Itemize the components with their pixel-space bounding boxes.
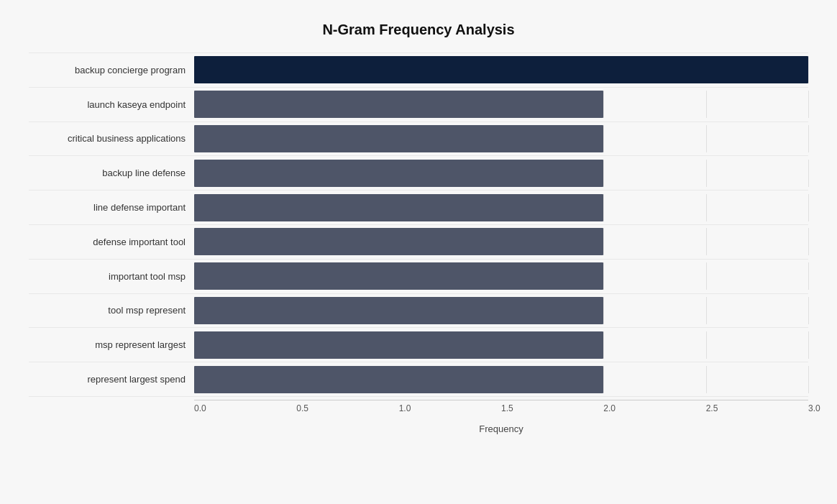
bar-row: tool msp represent (29, 293, 808, 328)
bar-fill (194, 366, 603, 393)
bar-fill (194, 160, 603, 187)
grid-line (808, 91, 809, 118)
grid-line (808, 262, 809, 290)
grid-line (603, 160, 604, 187)
bar-fill (194, 331, 603, 359)
bar-label: tool msp represent (29, 305, 194, 316)
grid-line (808, 297, 809, 324)
grid-line (808, 366, 809, 393)
bars-section: backup concierge programlaunch kaseya en… (29, 52, 808, 397)
bar-track (194, 262, 808, 290)
bar-row: msp represent largest (29, 327, 808, 362)
grid-line (603, 125, 604, 152)
bar-label: important tool msp (29, 271, 194, 282)
bar-label: backup concierge program (29, 65, 194, 75)
x-axis-label: Frequency (194, 423, 808, 434)
bar-track (194, 91, 808, 118)
bar-label: critical business applications (29, 133, 194, 144)
bar-track (194, 125, 808, 152)
x-axis: 0.00.51.01.52.02.53.0 Frequency (29, 400, 808, 434)
bar-row: backup concierge program (29, 52, 808, 87)
bar-track (194, 331, 808, 359)
bar-label: launch kaseya endpoint (29, 99, 194, 110)
bar-label: represent largest spend (29, 374, 194, 385)
bar-track (194, 56, 808, 83)
chart-title: N-Gram Frequency Analysis (29, 14, 808, 38)
grid-line (706, 125, 707, 152)
x-axis-line (194, 400, 808, 400)
bar-fill (194, 91, 603, 118)
grid-line (808, 228, 809, 255)
bar-track (194, 297, 808, 324)
grid-line (603, 366, 604, 393)
bar-track (194, 160, 808, 187)
bar-label: msp represent largest (29, 339, 194, 350)
bar-label: defense important tool (29, 237, 194, 247)
bar-fill (194, 228, 603, 255)
grid-line (706, 194, 707, 221)
grid-line (603, 91, 604, 118)
bar-row: line defense important (29, 190, 808, 224)
bar-fill (194, 125, 603, 152)
bar-row: important tool msp (29, 259, 808, 293)
bar-row: critical business applications (29, 122, 808, 156)
grid-line (706, 262, 707, 290)
bar-fill (194, 56, 808, 83)
bar-track (194, 194, 808, 221)
bar-label: backup line defense (29, 168, 194, 178)
grid-line (808, 160, 809, 187)
grid-line (808, 125, 809, 152)
grid-line (706, 91, 707, 118)
grid-line (603, 297, 604, 324)
bar-fill (194, 297, 603, 324)
grid-line (603, 331, 604, 359)
grid-line (603, 194, 604, 221)
bar-track (194, 366, 808, 393)
bar-fill (194, 262, 603, 290)
bar-label: line defense important (29, 202, 194, 213)
bar-row: launch kaseya endpoint (29, 87, 808, 122)
grid-line (706, 366, 707, 393)
grid-line (808, 56, 809, 83)
bar-row: backup line defense (29, 155, 808, 190)
chart-area: backup concierge programlaunch kaseya en… (29, 52, 808, 434)
grid-line (808, 331, 809, 359)
grid-line (808, 194, 809, 221)
grid-line (706, 228, 707, 255)
grid-line (603, 262, 604, 290)
grid-line (603, 228, 604, 255)
grid-line (706, 331, 707, 359)
grid-line (706, 297, 707, 324)
bar-row: defense important tool (29, 224, 808, 259)
grid-line (706, 160, 707, 187)
x-axis-ticks: 0.00.51.01.52.02.53.0 (194, 403, 808, 418)
bar-fill (194, 194, 603, 221)
bar-track (194, 228, 808, 255)
bar-row: represent largest spend (29, 362, 808, 397)
chart-container: N-Gram Frequency Analysis backup concier… (0, 0, 837, 504)
